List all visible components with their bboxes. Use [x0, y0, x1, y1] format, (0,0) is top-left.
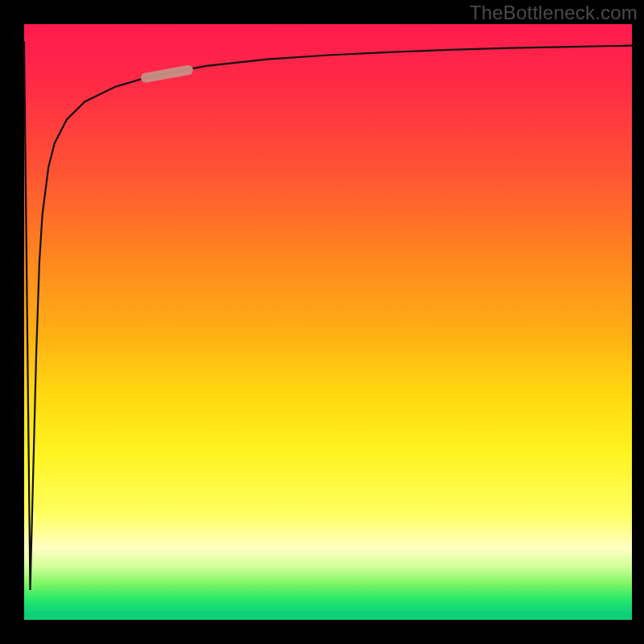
curve-layer — [24, 24, 632, 620]
curve-marker — [146, 70, 188, 78]
chart-frame: TheBottleneck.com — [0, 0, 644, 644]
bottleneck-curve — [24, 42, 632, 590]
watermark-text: TheBottleneck.com — [469, 2, 638, 24]
